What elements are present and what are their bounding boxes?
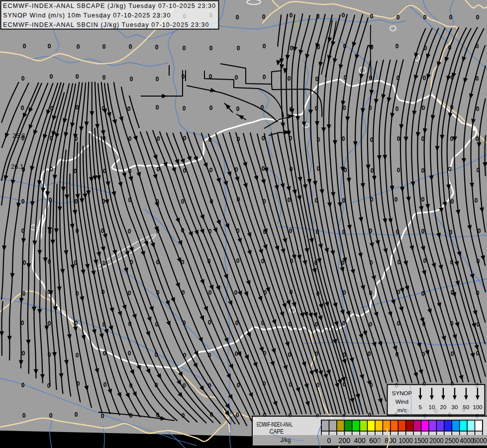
svg-text:0: 0 (156, 76, 159, 83)
svg-text:0: 0 (183, 105, 186, 112)
svg-text:0: 0 (476, 106, 480, 112)
svg-text:0: 0 (101, 413, 104, 420)
svg-text:0: 0 (342, 12, 345, 19)
svg-text:0: 0 (462, 406, 466, 413)
svg-text:0: 0 (394, 196, 398, 203)
svg-text:400: 400 (354, 437, 366, 445)
svg-text:0: 0 (23, 259, 26, 266)
svg-text:ECMWF-INDEX-ANAL SBCIN (J/kg): ECMWF-INDEX-ANAL SBCIN (J/kg) Tuesday 07… (3, 21, 209, 28)
svg-text:0: 0 (235, 350, 238, 357)
svg-text:0: 0 (155, 44, 159, 51)
svg-text:0: 0 (48, 43, 51, 50)
svg-text:0: 0 (288, 75, 291, 82)
svg-text:0: 0 (342, 135, 345, 142)
svg-text:0: 0 (22, 412, 26, 419)
svg-text:0: 0 (128, 228, 131, 235)
svg-text:0: 0 (209, 167, 213, 174)
svg-text:0: 0 (234, 289, 238, 296)
svg-text:0: 0 (405, 408, 409, 415)
svg-text:2000: 2000 (429, 437, 444, 445)
svg-text:0: 0 (422, 105, 425, 112)
svg-text:Wind: Wind (395, 399, 408, 405)
svg-text:0: 0 (397, 135, 400, 142)
svg-text:0: 0 (209, 45, 213, 52)
svg-text:0: 0 (102, 43, 106, 50)
svg-text:0: 0 (395, 106, 399, 112)
svg-text:0: 0 (263, 74, 266, 81)
svg-text:0: 0 (76, 352, 79, 359)
svg-text:0: 0 (475, 197, 478, 204)
svg-text:0: 0 (236, 257, 240, 264)
svg-text:0: 0 (209, 105, 213, 112)
svg-text:0: 0 (236, 412, 239, 419)
svg-text:0: 0 (396, 14, 400, 21)
svg-text:SYNOP: SYNOP (392, 390, 412, 396)
svg-text:0: 0 (236, 14, 239, 21)
svg-text:0: 0 (77, 43, 80, 50)
svg-text:4000: 4000 (460, 437, 474, 445)
svg-text:800: 800 (385, 437, 396, 445)
svg-text:0: 0 (102, 74, 106, 81)
svg-text:0: 0 (370, 13, 374, 20)
svg-text:J/kg: J/kg (281, 436, 291, 444)
svg-text:0: 0 (237, 45, 240, 52)
svg-text:0: 0 (21, 105, 24, 112)
svg-text:0: 0 (76, 73, 79, 80)
svg-text:5: 5 (419, 404, 422, 410)
svg-text:ECMWF-INDEX-ANAL SBCAPE (J/kg): ECMWF-INDEX-ANAL SBCAPE (J/kg) Tuesday 0… (3, 2, 216, 9)
svg-text:0: 0 (129, 43, 132, 50)
svg-text:0: 0 (50, 73, 53, 80)
svg-text:0: 0 (208, 289, 212, 296)
svg-text:6000: 6000 (473, 437, 487, 445)
svg-text:30: 30 (452, 404, 458, 410)
svg-text:0: 0 (397, 167, 400, 174)
svg-text:0: 0 (262, 13, 266, 20)
svg-text:0: 0 (476, 14, 480, 21)
svg-text:0: 0 (22, 350, 25, 357)
svg-text:0: 0 (23, 43, 26, 50)
svg-text:0: 0 (289, 227, 292, 234)
svg-text:0: 0 (75, 411, 78, 418)
svg-text:0: 0 (21, 75, 25, 82)
svg-text:0: 0 (236, 106, 240, 112)
svg-text:0: 0 (290, 12, 293, 19)
svg-text:2500: 2500 (445, 437, 459, 445)
svg-text:0: 0 (342, 320, 346, 327)
svg-text:0: 0 (322, 439, 326, 446)
svg-text:0: 0 (21, 320, 24, 327)
svg-text:0: 0 (421, 228, 425, 235)
svg-text:0: 0 (451, 198, 454, 205)
svg-text:0: 0 (183, 45, 186, 52)
svg-text:0: 0 (103, 381, 107, 388)
svg-text:0: 0 (22, 290, 26, 297)
svg-text:0: 0 (423, 14, 427, 21)
svg-text:20: 20 (440, 404, 447, 410)
svg-text:0: 0 (182, 73, 185, 80)
svg-text:0: 0 (448, 166, 452, 173)
svg-text:0: 0 (421, 196, 425, 203)
svg-text:0: 0 (378, 438, 381, 445)
svg-text:0: 0 (434, 408, 438, 415)
svg-text:0: 0 (21, 198, 25, 205)
svg-text:ECMWF-INDEX-ANAL: ECMWF-INDEX-ANAL (257, 421, 292, 428)
svg-text:0: 0 (75, 198, 78, 205)
svg-text:0: 0 (476, 135, 479, 142)
svg-text:0: 0 (263, 43, 266, 50)
svg-text:1500: 1500 (414, 437, 428, 445)
svg-text:0: 0 (235, 74, 238, 81)
svg-text:SYNOP Wind (m/s) 10m Tuesday 0: SYNOP Wind (m/s) 10m Tuesday 07-10-2025 … (3, 12, 171, 19)
svg-text:1000: 1000 (398, 437, 413, 445)
svg-text:0: 0 (49, 412, 53, 419)
svg-text:0: 0 (290, 45, 293, 52)
svg-text:0: 0 (102, 260, 106, 267)
svg-text:0: 0 (130, 76, 133, 83)
svg-text:0: 0 (421, 167, 425, 174)
svg-text:0: 0 (327, 437, 331, 445)
svg-text:0: 0 (156, 104, 159, 111)
svg-text:200: 200 (339, 437, 351, 445)
svg-text:0: 0 (423, 75, 426, 82)
svg-text:100: 100 (473, 404, 482, 410)
svg-text:0: 0 (128, 350, 131, 357)
svg-text:0: 0 (21, 382, 25, 389)
svg-text:0: 0 (395, 43, 399, 50)
